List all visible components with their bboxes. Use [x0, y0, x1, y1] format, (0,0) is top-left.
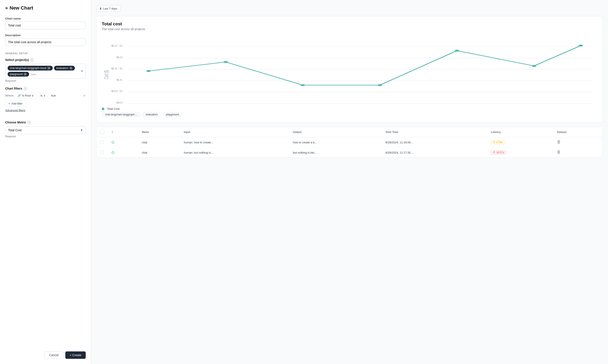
svg-text:$1.5: $1.5 [111, 67, 123, 70]
project-tag-1-remove[interactable]: ✕ [47, 66, 51, 70]
svg-point-24 [455, 50, 459, 52]
project-multi-select[interactable]: chat-langchain-langgraph-cloud ✕ evaluat… [5, 64, 86, 78]
row-2-name[interactable]: chat [138, 147, 181, 158]
choose-metric-info-icon[interactable]: i [27, 121, 31, 124]
row-1-start-time: 8/28/2024, 11:18:00... [382, 137, 487, 147]
chart-card: Total cost The total cost across all pro… [96, 16, 603, 122]
right-panel: ⧗ Last 7 days Total cost The total cost … [91, 0, 608, 364]
legend-label: Total Cost [107, 107, 119, 110]
filter-field-label: Is Root [22, 94, 31, 97]
page-title: » New Chart [5, 5, 86, 11]
advanced-filters-link[interactable]: Advanced filters [5, 109, 25, 112]
row-checkbox-cell [97, 137, 108, 147]
select-projects-section: Select project(s) i chat-langchain-langg… [5, 58, 86, 82]
project-select-placeholder: Sele... [30, 73, 39, 76]
time-filter-button[interactable]: ⧗ Last 7 days [96, 5, 121, 12]
row-1-output: how to create a b... [290, 137, 382, 147]
svg-text:$0: $0 [116, 101, 123, 104]
filter-field-chevron-icon: ∨ [32, 94, 34, 97]
row-1-input: human: how to create... [180, 137, 290, 147]
time-filter-label: Last 7 days [103, 7, 117, 10]
table-row: ⊙ chat human: but nothing is... but noth… [97, 147, 603, 158]
select-projects-info-icon[interactable]: i [30, 58, 34, 62]
latency-error-icon: ⏱ [493, 151, 495, 154]
filter-operator-chevron-icon: ∨ [43, 94, 46, 97]
chart-filters-label: Chart filters i [5, 87, 86, 90]
description-input[interactable]: The total cost across all projects [5, 38, 86, 46]
project-tag-2-remove[interactable]: ✕ [69, 66, 73, 70]
table-header-name: Name [138, 127, 181, 137]
metric-select[interactable]: Total Cost Latency Trace Count [5, 126, 86, 134]
row-2-input: human: but nothing is... [180, 147, 290, 158]
svg-point-25 [532, 65, 536, 67]
row-2-dataset: 🗄 [554, 147, 603, 158]
chart-legend: Total Cost [102, 107, 597, 110]
choose-metric-section: Choose Metric i Total Cost Latency Trace… [5, 116, 86, 138]
row-2-output: but nothing is bei... [290, 147, 382, 158]
svg-point-22 [301, 84, 305, 86]
chart-name-section: Chart name Total cost [5, 17, 86, 29]
project-tag-3[interactable]: playground ✕ [8, 72, 29, 77]
chart-name-input[interactable]: Total cost [5, 22, 86, 29]
filter-row: Where 🔗 Is Root ∨ is ∨ true ✕ [5, 93, 86, 98]
chart-card-title: Total cost [102, 22, 597, 26]
legend-color-dot [102, 108, 104, 110]
line-chart-svg: $0 $0.5 $1 $1.5 $2 $2.5 Cost ($) [102, 35, 597, 104]
row-1-status: ⊙ [108, 137, 138, 147]
data-table: ✓ Name Input Output Start Time Latency D… [97, 127, 603, 157]
latency-warn-icon: ⏱ [493, 141, 495, 144]
svg-text:$2.5: $2.5 [111, 44, 123, 47]
chart-filters-info-icon[interactable]: i [24, 87, 27, 90]
select-projects-label: Select project(s) i [5, 58, 86, 62]
legend-tag-1: chat-langchain-langgraph-... [102, 112, 141, 117]
general-setup-header: GENERAL SETUP [5, 52, 86, 55]
add-filter-label: Add filter [12, 102, 23, 105]
chart-name-label: Chart name [5, 17, 86, 20]
create-button[interactable]: + Create [65, 351, 86, 359]
svg-text:$2: $2 [116, 56, 123, 59]
table-header-start-time: Start Time [382, 127, 487, 137]
svg-point-20 [146, 70, 151, 72]
filter-operator-chip[interactable]: is ∨ [38, 93, 48, 98]
row-2-checkbox-cell [97, 147, 108, 158]
breadcrumb-icon: » [5, 5, 8, 11]
filter-remove-btn[interactable]: ✕ [83, 94, 86, 97]
row-2-checkbox[interactable] [100, 151, 104, 154]
svg-text:Cost ($): Cost ($) [103, 70, 110, 79]
description-label: Description [5, 34, 86, 37]
bottom-actions: Cancel + Create [5, 346, 86, 359]
data-table-card: ✓ Name Input Output Start Time Latency D… [96, 127, 603, 158]
svg-text:$0.5: $0.5 [111, 90, 123, 93]
row-1-status-icon: ⊙ [111, 140, 115, 144]
select-all-checkbox[interactable] [100, 130, 104, 134]
svg-point-21 [224, 61, 228, 63]
project-tag-2[interactable]: evaluators ✕ [54, 66, 75, 70]
chart-card-desc: The total cost across all projects [102, 27, 597, 31]
project-tag-1[interactable]: chat-langchain-langgraph-cloud ✕ [8, 66, 53, 70]
row-1-dataset-icon[interactable]: 🗄 [557, 140, 560, 144]
left-panel: » New Chart Chart name Total cost Descri… [0, 0, 91, 364]
project-tag-3-remove[interactable]: ✕ [24, 72, 27, 76]
cancel-button[interactable]: Cancel [44, 351, 63, 359]
row-1-name[interactable]: chat [138, 137, 181, 147]
row-2-status-icon: ⊙ [111, 150, 115, 155]
hourglass-icon: ⧗ [100, 7, 102, 10]
add-filter-button[interactable]: + Add filter [5, 100, 26, 107]
legend-tag-2: evaluators [142, 112, 161, 117]
row-2-dataset-icon[interactable]: 🗄 [557, 151, 560, 154]
row-1-latency-badge: ⏱ 3.70s [491, 140, 504, 144]
table-header-output: Output [290, 127, 382, 137]
table-header-checkbox [97, 127, 108, 137]
svg-point-26 [579, 45, 583, 47]
filter-field-chip[interactable]: 🔗 Is Root ∨ [15, 93, 36, 98]
filter-where-label: Where [5, 94, 13, 97]
project-select-chevron-icon: ▼ [81, 70, 83, 73]
add-filter-icon: + [8, 102, 10, 105]
time-filter-bar: ⧗ Last 7 days [96, 5, 603, 12]
legend-tags: chat-langchain-langgraph-... evaluators … [102, 112, 597, 117]
row-1-checkbox[interactable] [100, 140, 104, 144]
metric-select-wrap: Total Cost Latency Trace Count ▼ [5, 126, 86, 134]
chart-filters-section: Chart filters i Where 🔗 Is Root ∨ is ∨ t… [5, 87, 86, 112]
choose-metric-label: Choose Metric i [5, 121, 86, 124]
row-1-dataset: 🗄 [554, 137, 603, 147]
